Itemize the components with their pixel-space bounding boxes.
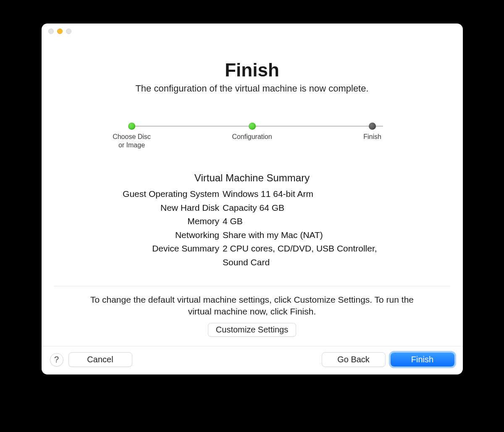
summary-value: Share with my Mac (NAT): [223, 228, 403, 242]
step-label: Choose Disc or Image: [113, 133, 151, 149]
cancel-button[interactable]: Cancel: [68, 352, 132, 367]
step-finish: Finish: [349, 123, 396, 141]
step-dot-icon: [249, 123, 256, 130]
summary-value: Windows 11 64-bit Arm: [223, 187, 403, 201]
summary-row: Guest Operating System Windows 11 64-bit…: [101, 187, 403, 201]
summary-label: New Hard Disk: [101, 201, 223, 215]
help-button[interactable]: ?: [50, 353, 63, 367]
summary-row: Device Summary 2 CPU cores, CD/DVD, USB …: [101, 242, 403, 269]
window-minimize-button[interactable]: [57, 29, 63, 34]
hint-text: To change the default virtual machine se…: [80, 294, 424, 317]
window-zoom-button[interactable]: [66, 29, 71, 34]
progress-steps: Choose Disc or Image Configuration Finis…: [109, 123, 396, 149]
summary-label: Memory: [101, 215, 223, 228]
step-choose-disc: Choose Disc or Image: [109, 123, 155, 149]
hint-area: To change the default virtual machine se…: [54, 286, 450, 346]
summary-value: 2 CPU cores, CD/DVD, USB Controller, Sou…: [223, 242, 403, 269]
summary-label: Device Summary: [101, 242, 223, 269]
step-configuration: Configuration: [229, 123, 275, 141]
footer: ? Cancel Go Back Finish: [42, 346, 463, 374]
step-label: Configuration: [232, 133, 272, 141]
titlebar: [42, 24, 463, 39]
go-back-button[interactable]: Go Back: [322, 352, 386, 367]
vm-summary: Virtual Machine Summary Guest Operating …: [101, 172, 403, 269]
page-subtitle: The configuration of the virtual machine…: [42, 83, 463, 94]
step-dot-icon: [369, 123, 376, 130]
summary-title: Virtual Machine Summary: [101, 172, 403, 184]
header: Finish The configuration of the virtual …: [42, 60, 463, 94]
summary-value: Capacity 64 GB: [223, 201, 403, 215]
customize-settings-button[interactable]: Customize Settings: [208, 323, 296, 337]
step-dot-icon: [128, 123, 135, 130]
summary-row: New Hard Disk Capacity 64 GB: [101, 201, 403, 215]
summary-value: 4 GB: [223, 215, 403, 228]
page-title: Finish: [42, 60, 463, 81]
finish-button[interactable]: Finish: [391, 353, 454, 367]
summary-label: Guest Operating System: [101, 187, 223, 201]
window-close-button[interactable]: [48, 29, 54, 34]
summary-label: Networking: [101, 228, 223, 242]
summary-row: Memory 4 GB: [101, 215, 403, 228]
step-label: Finish: [363, 133, 381, 141]
dialog-window: Finish The configuration of the virtual …: [42, 24, 463, 374]
summary-row: Networking Share with my Mac (NAT): [101, 228, 403, 242]
